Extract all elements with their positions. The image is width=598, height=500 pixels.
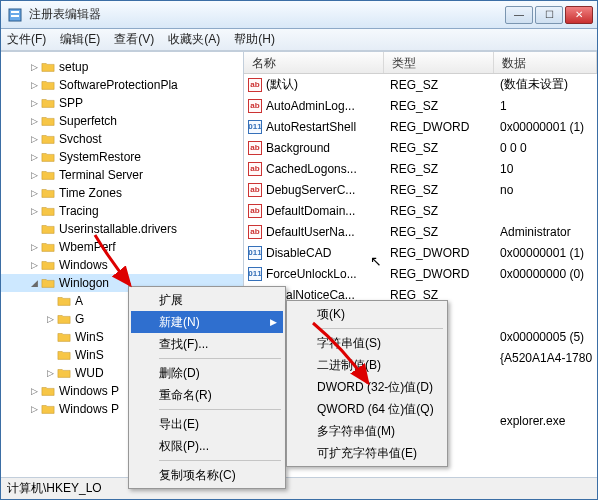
expander-icon[interactable]: ▷	[29, 152, 39, 162]
context-menu-new[interactable]: 项(K)字符串值(S)二进制值(B)DWORD (32-位)值(D)QWORD …	[286, 300, 448, 467]
value-data: 0x00000001 (1)	[494, 246, 597, 260]
list-row[interactable]: ab(默认)REG_SZ(数值未设置)	[244, 74, 597, 95]
expander-icon[interactable]: ▷	[29, 188, 39, 198]
menu-item[interactable]: DWORD (32-位)值(D)	[289, 376, 445, 398]
menu-item[interactable]: 新建(N)▶	[131, 311, 283, 333]
menubar: 文件(F) 编辑(E) 查看(V) 收藏夹(A) 帮助(H)	[1, 29, 597, 51]
tree-item[interactable]: Userinstallable.drivers	[1, 220, 243, 238]
tree-item-label: setup	[59, 60, 88, 74]
list-row[interactable]: abDefaultDomain...REG_SZ	[244, 200, 597, 221]
expander-icon[interactable]: ▷	[29, 62, 39, 72]
col-name-header[interactable]: 名称	[244, 52, 384, 73]
titlebar[interactable]: 注册表编辑器 — ☐ ✕	[1, 1, 597, 29]
maximize-button[interactable]: ☐	[535, 6, 563, 24]
value-type: REG_DWORD	[384, 120, 494, 134]
value-name: AutoAdminLog...	[266, 99, 355, 113]
tree-item[interactable]: ▷Terminal Server	[1, 166, 243, 184]
expander-icon[interactable]: ▷	[29, 206, 39, 216]
tree-item[interactable]: ▷Tracing	[1, 202, 243, 220]
menu-item-label: 字符串值(S)	[317, 335, 381, 352]
menu-item[interactable]: 导出(E)	[131, 413, 283, 435]
minimize-button[interactable]: —	[505, 6, 533, 24]
tree-item-label: A	[75, 294, 83, 308]
list-row[interactable]: abDefaultUserNa...REG_SZAdministrator	[244, 221, 597, 242]
value-name: DefaultUserNa...	[266, 225, 355, 239]
context-menu-main[interactable]: 扩展新建(N)▶查找(F)...删除(D)重命名(R)导出(E)权限(P)...…	[128, 286, 286, 489]
tree-item[interactable]: ▷WbemPerf	[1, 238, 243, 256]
reg-value-icon: ab	[248, 162, 262, 176]
status-path: 计算机\HKEY_LO	[7, 480, 102, 497]
menu-item[interactable]: 多字符串值(M)	[289, 420, 445, 442]
list-row[interactable]: 011AutoRestartShellREG_DWORD0x00000001 (…	[244, 116, 597, 137]
menu-item[interactable]: 删除(D)	[131, 362, 283, 384]
expander-icon[interactable]: ▷	[29, 260, 39, 270]
menu-item[interactable]: 字符串值(S)	[289, 332, 445, 354]
tree-item[interactable]: ▷Windows	[1, 256, 243, 274]
expander-icon[interactable]: ▷	[45, 314, 55, 324]
list-row[interactable]: 011DisableCADREG_DWORD0x00000001 (1)	[244, 242, 597, 263]
list-row[interactable]: abDebugServerC...REG_SZno	[244, 179, 597, 200]
list-row[interactable]: abBackgroundREG_SZ0 0 0	[244, 137, 597, 158]
value-name: DebugServerC...	[266, 183, 355, 197]
menu-view[interactable]: 查看(V)	[114, 31, 154, 48]
tree-item[interactable]: ▷SoftwareProtectionPla	[1, 76, 243, 94]
value-data: 0x00000005 (5)	[494, 330, 597, 344]
expander-icon[interactable]: ▷	[29, 386, 39, 396]
menu-help[interactable]: 帮助(H)	[234, 31, 275, 48]
value-type: REG_SZ	[384, 183, 494, 197]
tree-item[interactable]: ▷SPP	[1, 94, 243, 112]
value-data: 0x00000001 (1)	[494, 120, 597, 134]
menu-separator	[317, 328, 443, 329]
col-data-header[interactable]: 数据	[494, 52, 597, 73]
svg-rect-1	[11, 11, 19, 13]
tree-item-label: SoftwareProtectionPla	[59, 78, 178, 92]
value-name: CachedLogons...	[266, 162, 357, 176]
close-button[interactable]: ✕	[565, 6, 593, 24]
submenu-arrow-icon: ▶	[270, 317, 277, 327]
menu-item[interactable]: 可扩充字符串值(E)	[289, 442, 445, 464]
menu-item[interactable]: 扩展	[131, 289, 283, 311]
expander-icon[interactable]: ▷	[45, 368, 55, 378]
menu-item[interactable]: QWORD (64 位)值(Q)	[289, 398, 445, 420]
value-type: REG_SZ	[384, 99, 494, 113]
tree-item-label: Windows	[59, 258, 108, 272]
reg-value-icon: ab	[248, 141, 262, 155]
menu-item[interactable]: 复制项名称(C)	[131, 464, 283, 486]
menu-item-label: 导出(E)	[159, 416, 199, 433]
tree-item[interactable]: ▷Svchost	[1, 130, 243, 148]
expander-icon[interactable]: ▷	[29, 116, 39, 126]
value-type: REG_SZ	[384, 78, 494, 92]
tree-item[interactable]: ▷setup	[1, 58, 243, 76]
tree-item-label: WbemPerf	[59, 240, 116, 254]
menu-file[interactable]: 文件(F)	[7, 31, 46, 48]
menu-item[interactable]: 权限(P)...	[131, 435, 283, 457]
tree-item[interactable]: ▷Time Zones	[1, 184, 243, 202]
tree-item-label: WinS	[75, 348, 104, 362]
menu-item[interactable]: 重命名(R)	[131, 384, 283, 406]
menu-item[interactable]: 项(K)	[289, 303, 445, 325]
expander-icon[interactable]: ▷	[29, 404, 39, 414]
menu-item[interactable]: 二进制值(B)	[289, 354, 445, 376]
value-type: REG_DWORD	[384, 246, 494, 260]
menu-item-label: 权限(P)...	[159, 438, 209, 455]
menu-edit[interactable]: 编辑(E)	[60, 31, 100, 48]
value-data: 10	[494, 162, 597, 176]
reg-value-icon: 011	[248, 246, 262, 260]
expander-icon[interactable]: ▷	[29, 170, 39, 180]
expander-icon[interactable]: ▷	[29, 80, 39, 90]
list-row[interactable]: 011ForceUnlockLo...REG_DWORD0x00000000 (…	[244, 263, 597, 284]
statusbar: 计算机\HKEY_LO	[1, 477, 597, 499]
expander-icon[interactable]: ▷	[29, 134, 39, 144]
menu-item[interactable]: 查找(F)...	[131, 333, 283, 355]
menu-favorites[interactable]: 收藏夹(A)	[168, 31, 220, 48]
expander-icon[interactable]: ◢	[29, 278, 39, 288]
tree-item[interactable]: ▷Superfetch	[1, 112, 243, 130]
tree-item[interactable]: ▷SystemRestore	[1, 148, 243, 166]
list-row[interactable]: abAutoAdminLog...REG_SZ1	[244, 95, 597, 116]
value-data: no	[494, 183, 597, 197]
menu-item-label: 多字符串值(M)	[317, 423, 395, 440]
expander-icon[interactable]: ▷	[29, 242, 39, 252]
col-type-header[interactable]: 类型	[384, 52, 494, 73]
list-row[interactable]: abCachedLogons...REG_SZ10	[244, 158, 597, 179]
expander-icon[interactable]: ▷	[29, 98, 39, 108]
